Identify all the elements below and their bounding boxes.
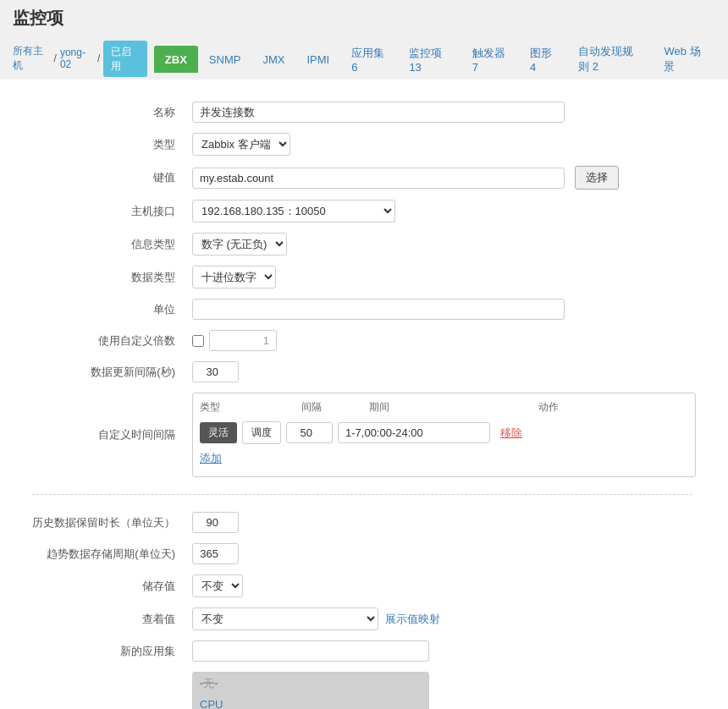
ci-col-interval: 间隔 <box>301 400 369 415</box>
tab-items[interactable]: 监控项 13 <box>398 38 461 80</box>
ci-col-action: 动作 <box>538 400 589 415</box>
history-input[interactable] <box>192 512 239 533</box>
ci-add-button[interactable]: 添加 <box>200 448 222 470</box>
tab-discovery[interactable]: 自动发现规则 2 <box>567 36 653 81</box>
custom-multi-label: 使用自定义倍数 <box>25 325 185 356</box>
name-input[interactable] <box>192 102 565 123</box>
breadcrumb: 所有主机 / yong-02 / 已启用 ZBX SNMP JMX IPMI 应… <box>13 36 715 80</box>
trend-label: 趋势数据存储周期(单位天) <box>25 538 185 569</box>
appset-label: 应用集 <box>25 667 185 709</box>
interface-select[interactable]: 192.168.180.135：10050 <box>192 200 395 223</box>
ci-schedule-button[interactable]: 调度 <box>242 421 281 444</box>
ci-row: 灵活 调度 移除 <box>200 421 688 444</box>
store-label: 储存值 <box>25 569 185 602</box>
history-label: 历史数据保留时长（单位天） <box>25 507 185 538</box>
show-select[interactable]: 不变 <box>192 607 378 630</box>
tab-triggers[interactable]: 触发器 7 <box>461 38 519 80</box>
breadcrumb-sep2: / <box>97 52 100 64</box>
custom-multi-checkbox[interactable] <box>192 335 204 347</box>
mapping-link[interactable]: 展示值映射 <box>385 612 440 627</box>
tab-jmx[interactable]: JMX <box>251 46 295 73</box>
custom-interval-container: 类型 间隔 期间 动作 灵活 调度 移除 添加 <box>192 393 696 477</box>
new-appset-label: 新的应用集 <box>25 635 185 667</box>
unit-input[interactable] <box>192 299 565 320</box>
tab-snmp[interactable]: SNMP <box>198 46 252 73</box>
tab-web[interactable]: Web 场景 <box>653 36 715 81</box>
type-label: 类型 <box>25 128 185 161</box>
appset-listbox: -无- CPU Memory Performance Processes Sec… <box>192 672 429 709</box>
custom-time-label: 自定义时间间隔 <box>25 387 185 482</box>
interface-label: 主机接口 <box>25 195 185 228</box>
new-appset-input[interactable] <box>192 640 429 662</box>
ci-col-period: 期间 <box>369 400 538 415</box>
ci-remove-button[interactable]: 移除 <box>495 424 527 442</box>
data-type-select[interactable]: 十进位数字 <box>192 266 276 289</box>
ci-header: 类型 间隔 期间 动作 <box>200 400 688 418</box>
unit-label: 单位 <box>25 294 185 325</box>
appset-item-none[interactable]: -无- <box>193 673 428 695</box>
ci-flexible-button[interactable]: 灵活 <box>200 422 237 443</box>
name-label: 名称 <box>25 96 185 128</box>
ci-period-input[interactable] <box>338 422 490 443</box>
key-select-button[interactable]: 选择 <box>575 166 619 190</box>
appset-item-cpu[interactable]: CPU <box>193 695 428 709</box>
key-input[interactable] <box>192 168 565 189</box>
custom-multi-value[interactable] <box>209 330 277 351</box>
info-type-label: 信息类型 <box>25 228 185 261</box>
ci-col-type: 类型 <box>200 400 301 415</box>
trend-input[interactable] <box>192 543 239 564</box>
key-label: 键值 <box>25 161 185 195</box>
tab-ipmi[interactable]: IPMI <box>295 46 340 73</box>
store-select[interactable]: 不变 <box>192 574 243 597</box>
info-type-select[interactable]: 数字 (无正负) <box>192 233 287 256</box>
tab-graphs[interactable]: 图形 4 <box>519 38 567 80</box>
ci-interval-input[interactable] <box>286 422 333 443</box>
breadcrumb-sep1: / <box>54 52 57 64</box>
data-type-label: 数据类型 <box>25 261 185 294</box>
status-badge: 已启用 <box>103 41 146 77</box>
show-label: 查着值 <box>25 602 185 635</box>
breadcrumb-all-hosts[interactable]: 所有主机 <box>13 44 51 73</box>
breadcrumb-host[interactable]: yong-02 <box>60 47 94 70</box>
type-select[interactable]: Zabbix 客户端 <box>192 133 290 156</box>
tab-zbx[interactable]: ZBX <box>154 46 198 73</box>
page-title: 监控项 <box>13 7 715 30</box>
tab-appset[interactable]: 应用集 6 <box>340 38 398 80</box>
interval-label: 数据更新间隔(秒) <box>25 356 185 387</box>
interval-input[interactable] <box>192 361 239 382</box>
form-table: 名称 类型 Zabbix 客户端 键值 选择 主机接口 19 <box>25 96 703 709</box>
